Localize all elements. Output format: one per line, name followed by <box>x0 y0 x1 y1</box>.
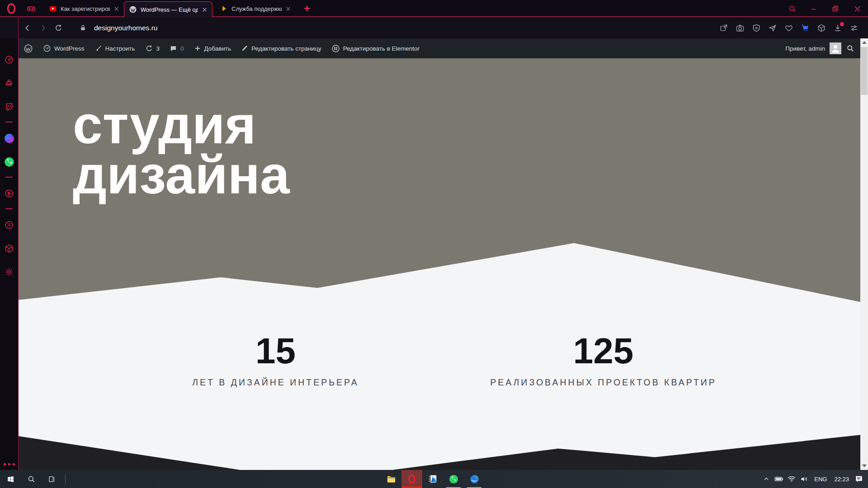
cleaner-icon[interactable] <box>3 77 15 89</box>
whatsapp-icon[interactable] <box>3 156 15 168</box>
scroll-up-arrow[interactable] <box>860 38 868 47</box>
wp-logo-menu[interactable] <box>19 38 38 58</box>
taskbar-separator <box>65 474 66 484</box>
adminbar-edit-page[interactable]: Редактировать страницу <box>236 38 326 58</box>
adminbar-customize[interactable]: Настроить <box>90 38 140 58</box>
player-icon[interactable] <box>3 188 15 199</box>
edge-icon[interactable] <box>464 470 485 488</box>
whatsapp-taskbar-icon[interactable] <box>443 470 464 488</box>
speed-dial-icon[interactable] <box>3 54 15 66</box>
snapshot-camera-icon[interactable] <box>733 21 747 35</box>
my-flow-icon[interactable] <box>766 21 779 35</box>
cube-icon[interactable] <box>815 21 828 35</box>
file-explorer-icon[interactable] <box>381 470 401 488</box>
browser-search-icon[interactable] <box>781 0 803 17</box>
counter-label: ЛЕТ В ДИЗАЙНЕ ИНТЕРЬЕРА <box>112 377 439 388</box>
adminbar-updates[interactable]: 3 <box>140 38 165 58</box>
scrollbar-thumb[interactable] <box>861 47 868 95</box>
shopping-cart-icon[interactable] <box>798 21 812 35</box>
back-button[interactable] <box>20 20 35 36</box>
easy-setup-icon[interactable] <box>847 21 861 35</box>
opera-sidebar <box>0 38 18 470</box>
counter-value: 125 <box>439 333 767 369</box>
shield-off-icon[interactable] <box>750 21 763 35</box>
downloads-icon[interactable] <box>831 21 844 35</box>
action-center-icon[interactable] <box>853 470 865 488</box>
messenger-icon[interactable] <box>3 132 15 144</box>
opera-logo-icon[interactable] <box>5 2 18 15</box>
sidebar-divider <box>5 122 13 122</box>
elementor-label: Редактировать в Elementor <box>343 45 420 52</box>
restore-button[interactable] <box>825 0 846 17</box>
close-window-button[interactable] <box>846 0 868 17</box>
hero-title-line2: дизайна <box>73 150 290 200</box>
counter-years: 15 ЛЕТ В ДИЗАЙНЕ ИНТЕРЬЕРА <box>112 333 439 388</box>
extensions-cube-icon[interactable] <box>3 243 15 254</box>
url-text[interactable]: designyourhomes.ru <box>94 24 157 32</box>
close-tab-icon[interactable] <box>202 7 208 13</box>
adminbar-add-new[interactable]: Добавить <box>189 38 236 58</box>
bookmark-heart-icon[interactable] <box>782 21 796 35</box>
close-tab-icon[interactable] <box>113 6 119 12</box>
counter-value: 15 <box>112 333 439 369</box>
adminbar-search-icon[interactable] <box>846 44 855 53</box>
new-tab-button[interactable]: + <box>301 3 313 14</box>
gx-corner-gamepad-icon[interactable] <box>24 2 38 15</box>
windows-taskbar: ENG 22:23 <box>0 470 868 488</box>
reload-button[interactable] <box>51 20 66 36</box>
video-editor-icon[interactable] <box>422 470 443 488</box>
site-content: студия дизайна 15 ЛЕТ В ДИЗАЙНЕ ИНТЕРЬЕР… <box>19 58 860 470</box>
avatar[interactable] <box>830 42 841 54</box>
lock-icon[interactable] <box>75 20 90 36</box>
add-new-label: Добавить <box>204 45 231 52</box>
volume-icon[interactable] <box>798 470 811 488</box>
tab-title: Служба поддержки - Хост <box>231 5 282 12</box>
greeting-text[interactable]: Привет, admin <box>785 45 825 52</box>
customize-label: Настроить <box>105 45 135 52</box>
hero-title: студия дизайна <box>73 100 290 200</box>
clock[interactable]: 22:23 <box>830 476 853 483</box>
comments-count: 0 <box>180 45 184 52</box>
adminbar-site-menu[interactable]: WordPress <box>38 38 90 58</box>
start-button[interactable] <box>0 470 21 488</box>
page-scrollbar[interactable] <box>860 38 868 470</box>
scroll-down-arrow[interactable] <box>860 462 868 470</box>
browser-tab[interactable]: Служба поддержки - Хост <box>216 0 296 17</box>
adminbar-elementor[interactable]: Редактировать в Elementor <box>326 38 425 58</box>
stats-counters: 15 ЛЕТ В ДИЗАЙНЕ ИНТЕРЬЕРА 125 РЕАЛИЗОВА… <box>112 333 767 388</box>
forward-button[interactable] <box>35 20 51 36</box>
twitch-icon[interactable] <box>3 101 15 113</box>
taskbar-search-icon[interactable] <box>21 470 42 488</box>
browser-window: Как зарегистрировать дом WordPress — Ещё… <box>0 0 868 488</box>
more-dots-icon[interactable] <box>4 463 15 465</box>
tab-title: WordPress — Ещё один са <box>141 6 198 13</box>
page-viewport: WordPress Настроить 3 0 Добавить Редакти… <box>19 38 860 470</box>
sidebar-divider <box>5 208 13 209</box>
battery-icon[interactable] <box>773 470 785 488</box>
tray-chevron-up-icon[interactable] <box>760 470 773 488</box>
address-bar: designyourhomes.ru <box>0 17 868 38</box>
settings-gear-icon[interactable] <box>3 266 15 278</box>
pinned-apps <box>381 470 485 488</box>
adminbar-account: Привет, admin <box>785 42 860 54</box>
language-indicator[interactable]: ENG <box>811 476 830 483</box>
tab-strip: Как зарегистрировать дом WordPress — Ещё… <box>0 0 868 17</box>
sidebar-divider-line <box>18 17 19 470</box>
browser-tab[interactable]: Как зарегистрировать дом <box>44 0 124 17</box>
task-view-icon[interactable] <box>42 470 62 488</box>
edit-page-label: Редактировать страницу <box>251 45 321 52</box>
wifi-icon[interactable] <box>785 470 798 488</box>
close-tab-icon[interactable] <box>285 6 291 12</box>
share-icon[interactable] <box>717 21 731 35</box>
browser-tab-active[interactable]: WordPress — Ещё один са <box>124 1 212 17</box>
history-icon[interactable] <box>3 219 15 231</box>
adminbar-comments[interactable]: 0 <box>165 38 189 58</box>
counter-label: РЕАЛИЗОВАННЫХ ПРОЕКТОВ КВАРТИР <box>439 377 767 388</box>
updates-count: 3 <box>156 45 160 52</box>
sidebar-divider <box>5 177 13 178</box>
opera-taskbar-icon[interactable] <box>401 470 422 488</box>
site-name: WordPress <box>54 45 85 52</box>
minimize-button[interactable] <box>803 0 825 17</box>
hero-title-line1: студия <box>73 100 290 150</box>
wp-admin-bar: WordPress Настроить 3 0 Добавить Редакти… <box>19 38 860 58</box>
